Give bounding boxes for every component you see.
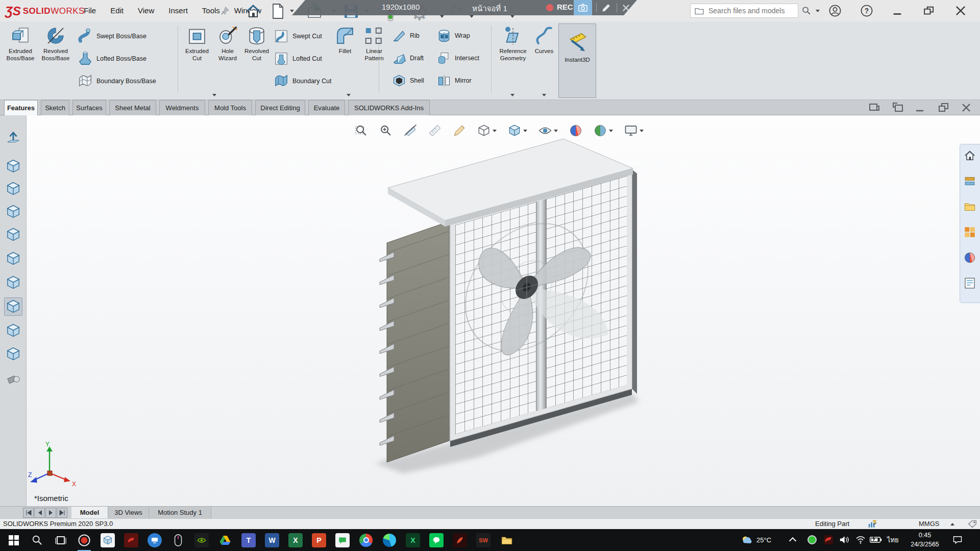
- doc-tab-motion-study-1[interactable]: Motion Study 1: [149, 507, 211, 519]
- spotlight-icon[interactable]: [4, 371, 22, 390]
- boundary-boss-base-button[interactable]: Boundary Boss/Base: [78, 73, 156, 89]
- view-left-icon[interactable]: [4, 203, 22, 221]
- search-box[interactable]: [690, 4, 798, 18]
- tray-overflow-chevron[interactable]: [789, 537, 796, 544]
- tab-evaluate[interactable]: Evaluate: [308, 100, 345, 115]
- home-button[interactable]: [245, 3, 261, 19]
- custom-properties-icon[interactable]: [963, 276, 977, 290]
- taskbar-line-icon[interactable]: [425, 529, 448, 551]
- taskbar-solidworks-icon[interactable]: SW: [472, 529, 495, 551]
- view-front-icon[interactable]: [4, 157, 22, 176]
- view-dimetric-icon[interactable]: [4, 345, 22, 363]
- options-dropdown-caret[interactable]: [440, 15, 444, 18]
- tab-sketch[interactable]: Sketch: [41, 100, 69, 115]
- instant3d-button[interactable]: Instant3D: [558, 23, 596, 98]
- performance-chart-icon[interactable]: [868, 520, 877, 528]
- clock[interactable]: 0:45 24/3/2565: [904, 531, 945, 549]
- rib-button[interactable]: Rib: [392, 29, 420, 43]
- reference-geometry-caret[interactable]: [510, 94, 514, 96]
- new-dropdown-caret[interactable]: [290, 10, 294, 12]
- curves-caret[interactable]: [542, 94, 546, 96]
- volume-icon[interactable]: [839, 535, 849, 544]
- units-caret[interactable]: [950, 523, 954, 525]
- pin-menu-icon[interactable]: [220, 6, 230, 15]
- battery-icon[interactable]: [870, 536, 882, 544]
- mirror-button[interactable]: Mirror: [437, 73, 472, 88]
- search-input[interactable]: [707, 6, 789, 15]
- taskbar-chrome-icon[interactable]: [354, 529, 378, 551]
- tab-solidworks-add-ins[interactable]: SOLIDWORKS Add-Ins: [348, 100, 430, 115]
- dock-previous-icon[interactable]: [868, 102, 881, 114]
- appearances-scenes-icon[interactable]: [963, 251, 977, 265]
- screenshot-camera-button[interactable]: [574, 0, 592, 15]
- hole-wizard-button[interactable]: Hole Wizard: [214, 24, 241, 62]
- taskbar-teams-icon[interactable]: T: [237, 529, 260, 551]
- tab-surfaces[interactable]: Surfaces: [72, 100, 106, 115]
- account-icon[interactable]: [828, 4, 842, 17]
- taskbar-excel-icon[interactable]: X: [284, 529, 307, 551]
- normal-to-view-icon[interactable]: [4, 130, 22, 148]
- revolved-boss-base-button[interactable]: Revolved Boss/Base: [39, 24, 72, 62]
- scroll-prev-tab-button[interactable]: [34, 508, 45, 518]
- graphics-viewport[interactable]: Y X Z *Isometric: [0, 115, 980, 506]
- tab-direct-editing[interactable]: Direct Editing: [255, 100, 305, 115]
- taskbar-edge-icon[interactable]: [378, 529, 401, 551]
- taskbar-remote-display-icon[interactable]: [143, 529, 166, 551]
- dock-next-icon[interactable]: [891, 102, 904, 114]
- weather-icon[interactable]: [741, 535, 753, 545]
- taskbar-powerpoint-icon[interactable]: P: [307, 529, 331, 551]
- tab-weldments[interactable]: Weldments: [159, 100, 205, 115]
- taskbar-file-explorer-icon[interactable]: [495, 529, 519, 551]
- taskbar-search-icon[interactable]: [26, 529, 49, 551]
- fillet-button[interactable]: Fillet: [333, 24, 357, 55]
- doc-minimize-icon[interactable]: [914, 102, 927, 114]
- minimize-window-icon[interactable]: [890, 4, 904, 17]
- doc-tab-3d-views[interactable]: 3D Views: [108, 507, 149, 519]
- tab-features[interactable]: Features: [4, 100, 38, 115]
- lofted-boss-base-button[interactable]: Lofted Boss/Base: [78, 51, 146, 66]
- design-library-icon[interactable]: [963, 174, 977, 188]
- menu-edit[interactable]: Edit: [103, 0, 131, 21]
- group-flyout-caret[interactable]: [347, 94, 351, 96]
- solidworks-resources-icon[interactable]: [963, 148, 977, 163]
- redo-dropdown-caret[interactable]: [510, 15, 514, 18]
- taskbar-screen-recorder-icon[interactable]: [72, 529, 96, 551]
- scroll-last-tab-button[interactable]: [57, 508, 67, 518]
- taskbar-word-icon[interactable]: W: [260, 529, 284, 551]
- extruded-cut-button[interactable]: Extruded Cut: [183, 24, 211, 62]
- file-explorer-icon[interactable]: [963, 199, 977, 214]
- doc-restore-icon[interactable]: [937, 102, 950, 114]
- tray-recording-status-icon[interactable]: [807, 535, 817, 544]
- draft-button[interactable]: Draft: [392, 51, 424, 65]
- intersect-button[interactable]: Intersect: [437, 51, 479, 65]
- taskbar-messenger-icon[interactable]: [331, 529, 354, 551]
- swept-cut-button[interactable]: Swept Cut: [274, 29, 322, 44]
- view-right-icon[interactable]: [4, 226, 22, 244]
- wifi-icon[interactable]: [855, 535, 866, 544]
- search-dropdown-caret[interactable]: [816, 10, 820, 12]
- tab-sheet-metal[interactable]: Sheet Metal: [109, 100, 156, 115]
- scroll-first-tab-button[interactable]: [23, 508, 34, 518]
- group-flyout-caret[interactable]: [212, 94, 216, 96]
- curves-button[interactable]: Curves: [532, 24, 556, 55]
- search-submit-icon[interactable]: [801, 6, 812, 16]
- tray-gpu-app-icon[interactable]: [824, 535, 833, 544]
- action-center-icon[interactable]: [952, 535, 963, 544]
- wrap-button[interactable]: Wrap: [437, 29, 470, 43]
- lofted-cut-button[interactable]: Lofted Cut: [274, 51, 322, 66]
- revolved-cut-button[interactable]: Revolved Cut: [243, 24, 271, 62]
- tab-mold-tools[interactable]: Mold Tools: [208, 100, 252, 115]
- linear-pattern-button[interactable]: Linear Pattern: [360, 24, 388, 62]
- taskbar-gpu-utility-icon[interactable]: [119, 529, 143, 551]
- boundary-cut-button[interactable]: Boundary Cut: [274, 73, 331, 89]
- view-isometric-icon[interactable]: [4, 297, 22, 316]
- taskbar-nvidia-icon[interactable]: [190, 529, 213, 551]
- shell-button[interactable]: Shell: [392, 73, 424, 88]
- view-bottom-icon[interactable]: [4, 273, 22, 292]
- doc-tab-model[interactable]: Model: [71, 507, 108, 519]
- task-view-icon[interactable]: [49, 529, 72, 551]
- extruded-boss-base-button[interactable]: Extruded Boss/Base: [4, 24, 37, 62]
- view-top-icon[interactable]: [4, 249, 22, 268]
- view-palette-icon[interactable]: [963, 225, 977, 239]
- start-button[interactable]: [2, 529, 26, 551]
